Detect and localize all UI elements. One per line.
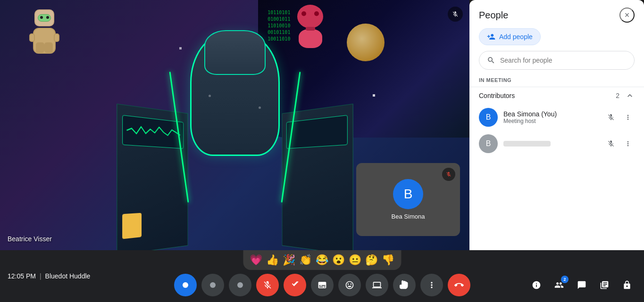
lock-button[interactable] [618,276,636,294]
contributors-label: Contributors [479,92,515,99]
add-people-button[interactable]: Add people [479,28,541,45]
panel-header: People × [469,0,644,28]
video-mic-muted-icon [448,7,463,22]
controls-center [174,274,470,296]
robot-character [33,9,56,54]
add-people-label: Add people [499,33,533,41]
button-2[interactable] [201,274,224,296]
emoji-button[interactable] [338,274,361,296]
more-options-button[interactable] [420,274,443,296]
star-dot-2 [373,94,375,97]
pip-mic-muted-icon [442,168,455,181]
contributors-row[interactable]: Contributors 2 [469,87,644,104]
participant-avatar-1: B [479,108,498,127]
emoji-clap[interactable]: 👏 [298,253,313,267]
people-panel: People × Add people IN MEETING Contribut… [469,0,644,250]
participant-actions-2 [604,137,635,150]
pip-video: B Bea Simona [356,163,460,236]
participant-role-1: Meeting host [503,118,599,124]
mute-mic-button[interactable] [256,274,279,296]
controls-right: 2 [527,276,636,294]
cockpit-seat-area [117,24,353,250]
bottom-info: 12:05 PM | Bluedot Huddle [0,272,94,280]
close-panel-button[interactable]: × [619,8,635,23]
chevron-up-icon [625,91,635,100]
star-dot-1 [179,47,182,49]
participant-more-2[interactable] [621,137,635,150]
present-button[interactable] [366,274,388,296]
bottom-bar: 💗 👍 🎉 👏 😂 😮 😐 🤔 👎 12:05 PM | Bluedot Hud… [0,250,644,302]
contributors-right: 2 [616,91,635,100]
participant-name-overlay: Beatrice Visser [8,235,52,243]
participant-row-1: B Bea Simona (You) Meeting host [469,104,644,131]
button-1[interactable] [174,274,197,296]
participant-info-1: Bea Simona (You) Meeting host [503,110,599,124]
pip-avatar: B [393,179,423,209]
meeting-title: Bluedot Huddle [45,272,91,280]
end-call-button[interactable] [448,274,470,296]
main-area: 1011010101001011110100100010110110011010 [0,0,644,250]
search-box [479,51,635,70]
emoji-reaction-bar: 💗 👍 🎉 👏 😂 😮 😐 🤔 👎 [243,250,401,270]
emoji-heart[interactable]: 💗 [249,253,263,267]
participant-mic-off-2[interactable] [604,137,618,150]
participant-mic-off-1[interactable] [604,111,618,124]
emoji-thumbsup[interactable]: 👍 [265,253,280,267]
emoji-thinking[interactable]: 🤔 [364,253,379,267]
emoji-laugh[interactable]: 😂 [315,253,329,267]
captions-button[interactable] [311,274,334,296]
activities-button[interactable] [595,276,614,294]
participant-name-blurred-2 [503,141,551,147]
participant-name-1: Bea Simona (You) [503,110,599,118]
raise-hand-button[interactable] [393,274,416,296]
meeting-time: 12:05 PM [8,272,36,280]
in-meeting-label: IN MEETING [469,75,644,87]
emoji-party[interactable]: 🎉 [282,253,296,267]
video-area: 1011010101001011110100100010110110011010 [0,0,469,250]
search-icon [487,56,495,65]
participant-more-1[interactable] [621,111,635,124]
info-button[interactable] [527,276,546,294]
participant-avatar-2: B [479,134,498,153]
panel-title: People [479,10,508,21]
participant-info-2 [503,141,599,147]
button-3[interactable] [229,274,251,296]
participant-row-2: B [469,131,644,157]
mute-video-button[interactable] [284,274,306,296]
contributors-count: 2 [616,92,619,99]
add-person-icon [487,33,495,41]
people-badge: 2 [561,276,569,283]
pip-name: Bea Simona [392,213,425,220]
emoji-neutral[interactable]: 😐 [348,253,362,267]
time-separator: | [40,272,42,280]
emoji-surprised[interactable]: 😮 [331,253,346,267]
search-input[interactable] [500,57,627,64]
participant-actions-1 [604,111,635,124]
chat-button[interactable] [572,276,591,294]
people-button[interactable]: 2 [550,276,569,294]
emoji-thumbsdown[interactable]: 👎 [381,253,395,267]
